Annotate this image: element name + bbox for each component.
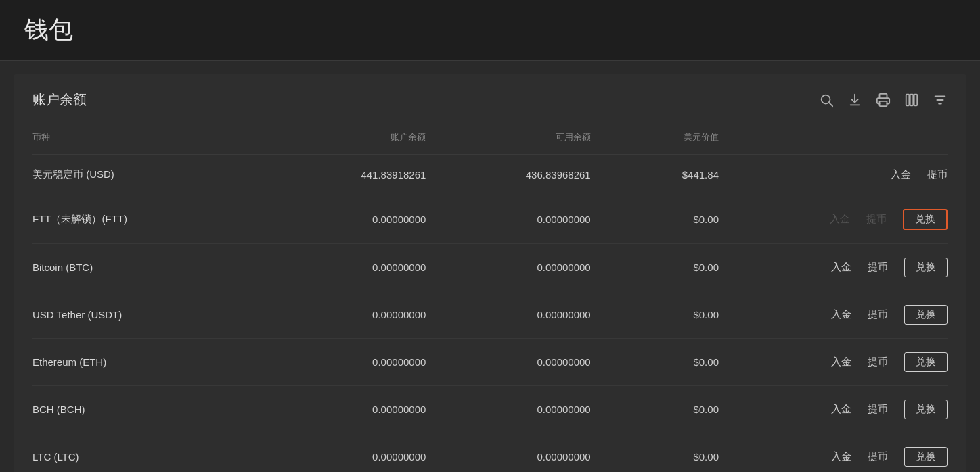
svg-rect-5 — [910, 94, 914, 105]
available-value: 0.00000000 — [426, 339, 590, 386]
balance-value: 0.00000000 — [261, 433, 426, 473]
usd-value: $441.84 — [591, 155, 719, 195]
usd-value: $0.00 — [591, 433, 719, 473]
columns-icon[interactable] — [904, 93, 919, 108]
deposit-button[interactable]: 入金 — [831, 261, 851, 274]
col-available: 可用余额 — [426, 120, 590, 155]
balance-value: 0.00000000 — [261, 195, 426, 244]
withdraw-button[interactable]: 提币 — [868, 403, 888, 416]
available-value: 0.00000000 — [426, 195, 590, 244]
exchange-button[interactable]: 兑换 — [904, 400, 948, 419]
svg-rect-6 — [914, 94, 918, 105]
col-usd-value: 美元价值 — [591, 120, 719, 155]
deposit-button[interactable]: 入金 — [830, 213, 850, 226]
filter-icon[interactable] — [933, 93, 948, 108]
download-icon[interactable] — [847, 93, 862, 108]
exchange-button[interactable]: 兑换 — [904, 305, 948, 325]
wallet-section: 账户余额 — [14, 74, 966, 472]
balance-value: 441.83918261 — [261, 155, 426, 195]
section-header: 账户余额 — [14, 74, 966, 120]
balance-table: 币种 账户余额 可用余额 美元价值 美元稳定币 (USD)441.8391826… — [32, 120, 948, 472]
deposit-button[interactable]: 入金 — [831, 356, 851, 369]
table-row: Bitcoin (BTC)0.000000000.00000000$0.00入金… — [32, 244, 948, 291]
exchange-button[interactable]: 兑换 — [904, 447, 948, 467]
action-cell: 入金提币兑换 — [719, 433, 948, 473]
table-row: USD Tether (USDT)0.000000000.00000000$0.… — [32, 291, 948, 339]
table-row: BCH (BCH)0.000000000.00000000$0.00入金提币兑换 — [32, 386, 948, 433]
header-actions — [819, 93, 948, 108]
table-row: FTT（未解锁）(FTT)0.000000000.00000000$0.00入金… — [32, 195, 948, 244]
available-value: 0.00000000 — [426, 433, 590, 473]
section-title: 账户余额 — [32, 91, 87, 109]
table-header-row: 币种 账户余额 可用余额 美元价值 — [32, 120, 948, 155]
action-cell: 入金提币兑换 — [719, 386, 948, 433]
usd-value: $0.00 — [591, 339, 719, 386]
svg-rect-4 — [906, 94, 910, 105]
deposit-button[interactable]: 入金 — [831, 308, 851, 321]
table-container: 币种 账户余额 可用余额 美元价值 美元稳定币 (USD)441.8391826… — [14, 120, 966, 472]
svg-rect-3 — [880, 101, 887, 105]
balance-value: 0.00000000 — [261, 339, 426, 386]
exchange-button[interactable]: 兑换 — [904, 352, 948, 372]
balance-value: 0.00000000 — [261, 386, 426, 433]
currency-name: FTT（未解锁）(FTT) — [32, 195, 261, 244]
action-cell: 入金提币兑换 — [719, 339, 948, 386]
col-balance: 账户余额 — [261, 120, 426, 155]
page-title: 钱包 — [24, 16, 73, 43]
currency-name: Ethereum (ETH) — [32, 339, 261, 386]
deposit-button[interactable]: 入金 — [831, 450, 851, 463]
usd-value: $0.00 — [591, 244, 719, 291]
currency-name: BCH (BCH) — [32, 386, 261, 433]
currency-name: USD Tether (USDT) — [32, 291, 261, 339]
print-icon[interactable] — [876, 93, 891, 108]
deposit-button[interactable]: 入金 — [891, 168, 911, 181]
action-cell: 入金提币兑换 — [719, 244, 948, 291]
balance-value: 0.00000000 — [261, 291, 426, 339]
page-header: 钱包 — [0, 0, 980, 61]
action-cell: 入金提币 — [719, 155, 948, 195]
search-icon[interactable] — [819, 93, 834, 108]
currency-name: 美元稳定币 (USD) — [32, 155, 261, 195]
table-row: 美元稳定币 (USD)441.83918261436.83968261$441.… — [32, 155, 948, 195]
action-cell: 入金提币兑换 — [719, 195, 948, 244]
available-value: 0.00000000 — [426, 244, 590, 291]
usd-value: $0.00 — [591, 195, 719, 244]
available-value: 0.00000000 — [426, 291, 590, 339]
currency-name: LTC (LTC) — [32, 433, 261, 473]
withdraw-button[interactable]: 提币 — [866, 213, 887, 226]
exchange-button[interactable]: 兑换 — [903, 209, 948, 230]
svg-line-1 — [829, 103, 832, 106]
col-currency: 币种 — [32, 120, 261, 155]
available-value: 436.83968261 — [426, 155, 590, 195]
table-row: Ethereum (ETH)0.000000000.00000000$0.00入… — [32, 339, 948, 386]
withdraw-button[interactable]: 提币 — [868, 308, 888, 321]
table-row: LTC (LTC)0.000000000.00000000$0.00入金提币兑换 — [32, 433, 948, 473]
exchange-button[interactable]: 兑换 — [904, 258, 948, 277]
usd-value: $0.00 — [591, 386, 719, 433]
available-value: 0.00000000 — [426, 386, 590, 433]
deposit-button[interactable]: 入金 — [831, 403, 851, 416]
withdraw-button[interactable]: 提币 — [868, 261, 888, 274]
usd-value: $0.00 — [591, 291, 719, 339]
currency-name: Bitcoin (BTC) — [32, 244, 261, 291]
ftt-label-box: FTT（未解锁）(FTT) — [32, 213, 127, 225]
action-cell: 入金提币兑换 — [719, 291, 948, 339]
withdraw-button[interactable]: 提币 — [927, 168, 948, 181]
withdraw-button[interactable]: 提币 — [868, 356, 888, 369]
withdraw-button[interactable]: 提币 — [868, 450, 888, 463]
balance-value: 0.00000000 — [261, 244, 426, 291]
